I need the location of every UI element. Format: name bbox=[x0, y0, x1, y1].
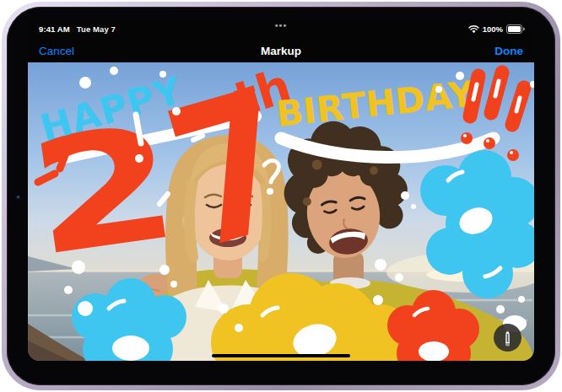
screenshot-stage: 9:41 AM Tue May 7 ••• 100% bbox=[0, 0, 562, 392]
multitask-dots-indicator[interactable]: ••• bbox=[28, 20, 534, 30]
page-title: Markup bbox=[28, 45, 534, 57]
home-indicator[interactable] bbox=[212, 354, 350, 358]
markup-nav-bar: Cancel Markup Done bbox=[28, 40, 534, 62]
photo-with-drawings: 2 7 HAPPY th BIRTHDAY bbox=[28, 62, 534, 361]
screen: 9:41 AM Tue May 7 ••• 100% bbox=[28, 19, 534, 361]
done-button[interactable]: Done bbox=[494, 45, 523, 57]
status-bar: 9:41 AM Tue May 7 ••• 100% bbox=[28, 19, 534, 40]
battery-percent: 100% bbox=[483, 24, 503, 34]
pencil-icon bbox=[501, 329, 514, 347]
device-bezel: 9:41 AM Tue May 7 ••• 100% bbox=[7, 7, 555, 385]
ipad-device: 9:41 AM Tue May 7 ••• 100% bbox=[2, 2, 560, 390]
pencil-tool-button[interactable] bbox=[494, 324, 521, 352]
battery-icon bbox=[506, 24, 525, 34]
wifi-icon bbox=[468, 25, 479, 34]
front-camera bbox=[14, 194, 22, 201]
markup-canvas[interactable]: 2 7 HAPPY th BIRTHDAY bbox=[28, 62, 534, 361]
status-right-cluster: 100% bbox=[468, 24, 525, 34]
